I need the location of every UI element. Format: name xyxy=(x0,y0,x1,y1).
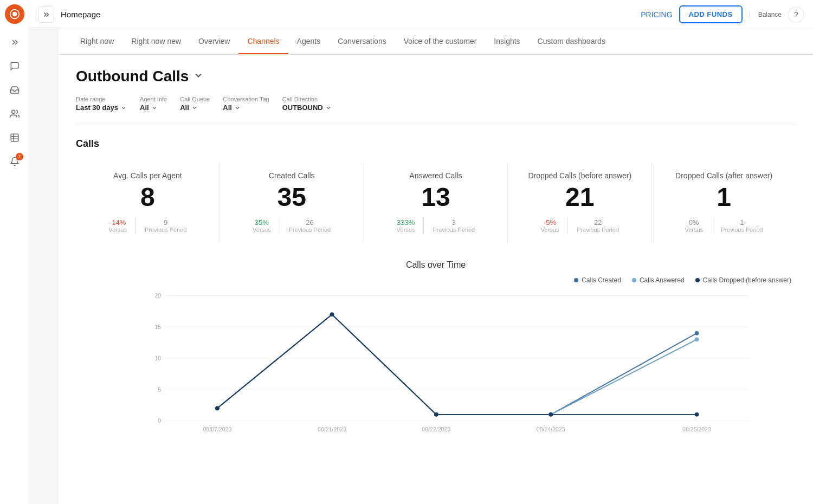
x-label-0: 08/07/2023 xyxy=(203,426,231,432)
calls-section: Calls Avg. Calls per Agent 8 -14% Versus xyxy=(76,125,796,442)
help-button[interactable]: ? xyxy=(788,7,804,23)
contacts-icon[interactable] xyxy=(5,104,24,124)
dot-dropped-3 xyxy=(549,412,553,417)
svg-rect-6 xyxy=(11,134,18,141)
tab-insights[interactable]: Insights xyxy=(485,29,528,54)
filter-conversation-tag[interactable]: Conversation Tag All xyxy=(223,96,269,112)
page-title-row: Outbound Calls xyxy=(76,68,796,85)
y-label-20: 20 xyxy=(154,292,161,299)
tab-channels[interactable]: Channels xyxy=(238,29,288,54)
line-answered xyxy=(217,314,697,415)
legend-answered: Calls Answered xyxy=(632,276,685,284)
tab-overview[interactable]: Overview xyxy=(190,29,238,54)
balance-section: Balance xyxy=(749,11,782,18)
filter-date-range[interactable]: Date range Last 30 days xyxy=(76,96,127,112)
title-dropdown-icon[interactable] xyxy=(193,70,204,83)
legend-dot-dropped xyxy=(695,278,700,282)
app-logo[interactable] xyxy=(5,4,24,24)
tab-voice-of-customer[interactable]: Voice of the customer xyxy=(395,29,486,54)
filter-agent-info[interactable]: Agent Info All xyxy=(140,96,167,112)
x-label-1: 08/21/2023 xyxy=(318,426,346,432)
dot-answered-4 xyxy=(695,338,699,342)
tab-right-now-new[interactable]: Right now new xyxy=(122,29,190,54)
x-label-2: 08/22/2023 xyxy=(422,426,450,432)
expand-nav-button[interactable] xyxy=(38,7,54,23)
x-label-3: 08/24/2023 xyxy=(537,426,565,432)
stat-avg-calls: Avg. Calls per Agent 8 -14% Versus 9 xyxy=(76,163,220,243)
chart-title: Calls over Time xyxy=(76,260,796,270)
expand-icon[interactable] xyxy=(5,33,24,52)
stat-dropped-before: Dropped Calls (before answer) 21 -5% Ver… xyxy=(508,163,652,243)
notifications-icon[interactable]: 7 xyxy=(5,152,24,171)
notification-badge: 7 xyxy=(16,153,23,160)
stat-dropped-after: Dropped Calls (after answer) 1 0% Versus… xyxy=(652,163,796,243)
y-label-15: 15 xyxy=(154,324,161,330)
filters-row: Date range Last 30 days Agent Info All xyxy=(76,96,796,112)
chart-legend: Calls Created Calls Answered Calls Dropp… xyxy=(76,276,796,284)
y-label-5: 5 xyxy=(158,386,161,393)
filter-call-direction[interactable]: Call Direction OUTBOUND xyxy=(282,96,332,112)
calls-section-title: Calls xyxy=(76,138,796,150)
tab-agents[interactable]: Agents xyxy=(288,29,330,54)
line-created xyxy=(217,314,697,415)
line-dropped xyxy=(217,314,697,415)
dot-dropped-2 xyxy=(434,412,438,417)
dot-dropped-1 xyxy=(330,312,334,316)
main-content: Right now Right now new Overview Channel… xyxy=(59,29,813,504)
pricing-link[interactable]: PRICING xyxy=(641,10,672,19)
stats-grid: Avg. Calls per Agent 8 -14% Versus 9 xyxy=(76,163,796,243)
balance-label: Balance xyxy=(758,11,782,18)
chart-section: Calls over Time Calls Created Calls Answ… xyxy=(76,260,796,442)
inbox-icon[interactable] xyxy=(5,80,24,100)
legend-created: Calls Created xyxy=(574,276,621,284)
dot-dropped-4 xyxy=(695,412,699,417)
page-title: Outbound Calls xyxy=(76,68,189,85)
tab-custom-dashboards[interactable]: Custom dashboards xyxy=(529,29,614,54)
tab-right-now[interactable]: Right now xyxy=(72,29,122,54)
dot-created-4 xyxy=(695,331,699,335)
chart-svg: 20 15 10 5 0 xyxy=(98,290,796,426)
x-label-4: 08/25/2023 xyxy=(682,426,711,432)
filter-call-queue[interactable]: Call Queue All xyxy=(180,96,210,112)
sidebar: 7 xyxy=(0,0,29,504)
chart-area: 20 15 10 5 0 xyxy=(76,290,796,442)
reports-icon[interactable] xyxy=(5,128,24,147)
tab-conversations[interactable]: Conversations xyxy=(329,29,395,54)
chat-icon[interactable] xyxy=(5,56,24,76)
stat-created-calls: Created Calls 35 35% Versus 26 xyxy=(220,163,364,243)
svg-point-5 xyxy=(11,110,15,113)
add-funds-button[interactable]: ADD FUNDS xyxy=(679,5,743,23)
legend-dot-answered xyxy=(632,278,636,282)
y-label-0: 0 xyxy=(158,417,161,424)
page-title-topbar: Homepage xyxy=(61,10,634,19)
y-label-10: 10 xyxy=(154,355,161,361)
svg-point-1 xyxy=(12,12,16,16)
legend-dot-created xyxy=(574,278,578,282)
topbar: Homepage PRICING ADD FUNDS Balance ? xyxy=(29,0,813,29)
nav-tabs: Right now Right now new Overview Channel… xyxy=(59,29,813,55)
stat-answered-calls: Answered Calls 13 333% Versus 3 xyxy=(364,163,508,243)
legend-dropped: Calls Dropped (before answer) xyxy=(695,276,791,284)
dot-dropped-0 xyxy=(215,406,220,410)
